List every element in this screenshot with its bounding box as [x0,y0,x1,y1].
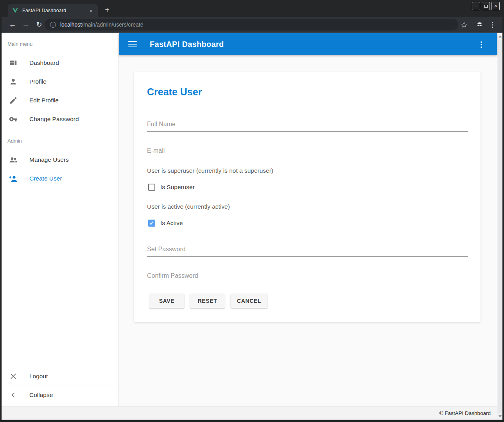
window-controls: – ✕ [472,2,500,10]
pencil-icon [9,96,18,105]
active-hint: User is active (currently active) [147,203,230,210]
url-path: /main/admin/users/create [82,21,143,28]
maximize-icon [484,5,488,8]
sidebar-section-main-menu: Main menu [7,41,32,47]
checkbox-label[interactable]: Is Active [160,220,183,227]
sidebar-item-logout[interactable]: Logout [2,367,118,386]
cancel-button[interactable]: CANCEL [231,293,267,308]
main-content: FastAPI Dashboard ⋮ Create User User is … [119,33,497,406]
close-window-button[interactable]: ✕ [491,2,500,10]
page-title: Create User [147,86,202,98]
sidebar-item-create-user[interactable]: Create User [2,169,118,188]
forward-icon: → [21,20,30,29]
sidebar-item-collapse[interactable]: Collapse [2,386,118,404]
sidebar-item-profile[interactable]: Profile [2,72,118,91]
confirm-password-input[interactable] [147,272,468,283]
checkbox-label[interactable]: Is Superuser [160,184,195,191]
key-icon [9,114,18,124]
sidebar-item-label: Logout [29,373,48,380]
copyright-text: © FastAPI Dashboard [439,410,491,416]
bookmark-star-icon[interactable] [459,20,469,29]
tab-title: FastAPI Dashboard [22,8,88,13]
scrollbar-thumb[interactable] [498,39,502,413]
page-footer: © FastAPI Dashboard [2,406,497,420]
minimize-button[interactable]: – [472,2,480,10]
is-superuser-row[interactable]: Is Superuser [148,184,195,191]
set-password-field [147,246,468,257]
window-frame-bottom [0,420,504,422]
appbar-menu-icon[interactable]: ⋮ [477,40,486,49]
dashboard-icon [9,58,18,68]
sidebar: Main menu Dashboard Profile Edit Profile [2,33,118,406]
close-x-icon [9,372,18,381]
full-name-field [147,121,468,132]
app-title: FastAPI Dashboard [150,40,224,49]
incognito-icon [475,20,484,29]
address-bar[interactable]: i localhost/main/admin/users/create [45,19,458,30]
reset-button[interactable]: RESET [190,293,225,308]
create-user-card: Create User User is superuser (currently… [134,72,481,322]
sidebar-item-edit-profile[interactable]: Edit Profile [2,91,118,110]
sidebar-item-manage-users[interactable]: Manage Users [2,150,118,169]
vue-logo-icon [12,7,18,14]
sidebar-item-label: Create User [29,175,62,182]
back-icon[interactable]: ← [8,20,17,29]
scrollbar-up-arrow[interactable] [499,36,502,38]
page-viewport: Main menu Dashboard Profile Edit Profile [2,33,502,420]
sidebar-item-label: Dashboard [29,59,59,66]
browser-toolbar: ← → ↻ i localhost/main/admin/users/creat… [2,17,502,32]
sidebar-section-admin: Admin [7,138,22,144]
app-bar: FastAPI Dashboard ⋮ [119,33,497,55]
set-password-input[interactable] [147,246,468,257]
page-scrollbar[interactable] [497,33,502,420]
chevron-left-icon [9,390,18,400]
browser-titlebar: FastAPI Dashboard × + – ✕ [0,0,504,17]
browser-tab[interactable]: FastAPI Dashboard × [8,4,98,17]
superuser-hint: User is superuser (currently is not a su… [147,167,273,174]
person-add-icon [9,174,18,183]
tab-close-icon[interactable]: × [88,7,95,14]
sidebar-divider [2,132,118,132]
sidebar-item-label: Change Password [29,116,79,123]
sidebar-item-label: Profile [29,78,47,85]
url-host: localhost [60,21,82,28]
browser-window: FastAPI Dashboard × + – ✕ ← → ↻ i localh… [0,0,504,422]
person-icon [9,77,18,86]
is-active-row[interactable]: ✓ Is Active [148,220,183,227]
save-button[interactable]: SAVE [149,293,184,308]
email-input[interactable] [147,147,468,158]
sidebar-item-label: Edit Profile [29,97,59,104]
sidebar-item-dashboard[interactable]: Dashboard [2,54,118,72]
sidebar-item-label: Collapse [29,392,53,399]
is-superuser-checkbox[interactable] [148,184,155,191]
sidebar-item-label: Manage Users [29,156,69,163]
people-icon [9,155,18,165]
full-name-input[interactable] [147,121,468,132]
scrollbar-down-arrow[interactable] [499,415,502,417]
form-actions: SAVE RESET CANCEL [149,293,267,308]
hamburger-menu-icon[interactable] [128,41,137,47]
email-field [147,147,468,158]
is-active-checkbox[interactable]: ✓ [148,220,155,227]
reload-icon[interactable]: ↻ [34,20,44,29]
browser-menu-icon[interactable]: ⋮ [488,20,497,29]
new-tab-button[interactable]: + [102,5,112,14]
sidebar-item-change-password[interactable]: Change Password [2,110,118,129]
maximize-button[interactable] [482,2,490,10]
site-info-icon[interactable]: i [50,22,56,28]
confirm-password-field [147,272,468,283]
url-text: localhost/main/admin/users/create [60,21,143,28]
